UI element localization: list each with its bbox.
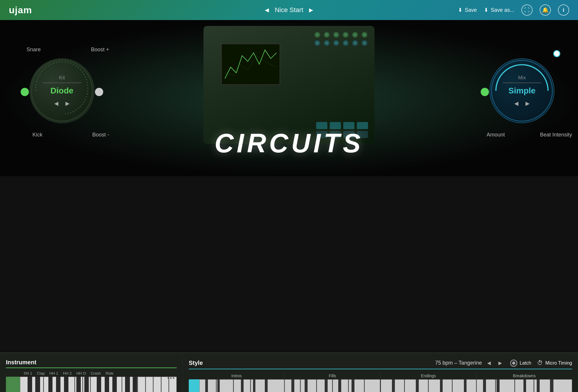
bk-4[interactable] <box>534 379 553 392</box>
ek-4[interactable] <box>452 379 476 392</box>
breakdowns-white-keys <box>477 379 572 392</box>
label-clap: Clap <box>37 371 45 375</box>
white-key-17[interactable] <box>146 377 153 392</box>
white-key-7[interactable] <box>67 377 75 392</box>
white-key-10[interactable] <box>91 377 98 392</box>
label-ride: Ride <box>106 371 114 375</box>
info-button[interactable]: i <box>558 4 569 16</box>
ek-3[interactable] <box>428 379 452 392</box>
white-key-20[interactable] <box>169 377 177 392</box>
save-button[interactable]: ⬇ Save <box>458 7 477 13</box>
fullscreen-button[interactable]: ⛶ <box>521 4 533 16</box>
intros-label: Intros <box>189 372 284 379</box>
sk-3[interactable] <box>234 379 250 392</box>
style-prev-button[interactable]: ◀ <box>485 359 493 367</box>
ek-2[interactable] <box>405 379 428 392</box>
bk-1[interactable] <box>477 379 495 392</box>
instrument-section: Instrument SN 1 Clap HH 1 HH 2 HH O Cras… <box>0 353 183 392</box>
info-icon: i <box>563 7 564 13</box>
intros-white-keys <box>199 379 284 392</box>
label-crash: Crash <box>91 371 101 375</box>
boost-minus-label: Boost - <box>92 132 109 138</box>
save-as-button[interactable]: ⬇ Save as... <box>484 7 514 13</box>
white-key-6[interactable] <box>59 377 67 392</box>
ek-1[interactable] <box>381 379 404 392</box>
bk-3[interactable] <box>515 379 534 392</box>
product-name-label: CIRCUITS <box>215 128 364 159</box>
style-next-button[interactable]: ▶ <box>496 359 504 367</box>
style-divider <box>189 369 572 369</box>
amount-label: Amount <box>487 132 505 138</box>
white-key-8[interactable] <box>75 377 83 392</box>
sk-1[interactable] <box>199 379 216 392</box>
topbar: ujam ◀ Nice Start ▶ ⬇ Save ⬇ Save as... … <box>0 0 578 20</box>
white-key-1[interactable] <box>20 377 28 392</box>
breakdowns-label: Breakdowns <box>477 372 572 379</box>
instrument-keyboard: C2 <box>6 377 177 392</box>
white-key-2[interactable] <box>28 377 36 392</box>
white-key-14[interactable] <box>122 377 130 392</box>
intros-keyboard <box>189 379 284 392</box>
white-key-15[interactable] <box>130 377 137 392</box>
logo: ujam <box>9 5 32 16</box>
intros-active-key[interactable] <box>189 379 199 392</box>
endings-label: Endings <box>381 372 476 379</box>
style-col-fills: Fills <box>285 372 380 392</box>
micro-timing-button[interactable]: ⏱ Micro Timing <box>537 360 572 366</box>
kit-knob[interactable]: Kit Diode ◀ ▶ <box>29 58 94 123</box>
white-key-4[interactable] <box>44 377 51 392</box>
fk-5[interactable] <box>349 379 364 392</box>
fills-keyboard <box>285 379 380 392</box>
sk-2[interactable] <box>216 379 233 392</box>
bell-icon: 🔔 <box>542 7 549 13</box>
white-key-9[interactable] <box>83 377 91 392</box>
style-col-intros: Intros <box>189 372 284 392</box>
svg-point-2 <box>492 60 552 121</box>
instrument-title: Instrument <box>6 359 177 366</box>
style-keyboard-area: Intros <box>189 372 572 392</box>
svg-point-1 <box>32 60 92 121</box>
hero-section: beatMaker <box>0 20 578 176</box>
style-header: Style 75 bpm – Tangerine ◀ ▶ Latch ⏱ <box>189 359 572 367</box>
fk-1[interactable] <box>285 379 300 392</box>
bpm-value: 75 bpm – Tangerine <box>435 360 482 366</box>
latch-button[interactable]: Latch <box>510 360 531 367</box>
label-hh2: HH 2 <box>63 371 72 375</box>
bk-2[interactable] <box>496 379 515 392</box>
micro-timing-icon: ⏱ <box>537 360 543 366</box>
fills-white-keys <box>285 379 380 392</box>
bk-5[interactable] <box>553 379 572 392</box>
kick-label: Kick <box>32 132 42 138</box>
bottom-panel: Instrument SN 1 Clap HH 1 HH 2 HH O Cras… <box>0 353 578 392</box>
fk-4[interactable] <box>333 379 348 392</box>
preset-next-button[interactable]: ▶ <box>307 6 316 14</box>
kit-knob-container: Snare Boost + Kit Diode ◀ ▶ Kick Boost - <box>29 58 94 123</box>
label-hh1: HH 1 <box>50 371 58 375</box>
save-icon: ⬇ <box>458 7 462 13</box>
fullscreen-icon: ⛶ <box>524 7 530 13</box>
white-key-19[interactable] <box>161 377 169 392</box>
white-key-12[interactable] <box>106 377 114 392</box>
sk-4[interactable] <box>251 379 267 392</box>
fk-2[interactable] <box>301 379 316 392</box>
white-key-11[interactable] <box>98 377 106 392</box>
fk-3[interactable] <box>317 379 332 392</box>
boost-plus-label: Boost + <box>91 47 109 53</box>
white-key-18[interactable]: C2 <box>153 377 161 392</box>
white-key-5[interactable] <box>51 377 59 392</box>
white-key-3[interactable] <box>36 377 43 392</box>
fk-6[interactable] <box>364 379 380 392</box>
label-hho: HH O <box>76 371 86 375</box>
label-sn1: SN 1 <box>24 371 32 375</box>
white-key-13[interactable] <box>114 377 122 392</box>
preset-name: Nice Start <box>275 6 303 14</box>
sk-5[interactable] <box>267 379 284 392</box>
kit-left-dot <box>21 88 29 96</box>
mix-top-dot <box>553 50 560 57</box>
notification-button[interactable]: 🔔 <box>540 4 551 16</box>
instrument-style-row: Instrument SN 1 Clap HH 1 HH 2 HH O Cras… <box>0 353 578 392</box>
white-key-16[interactable] <box>138 377 145 392</box>
mix-knob[interactable]: Mix Simple ◀ ▶ <box>490 58 554 123</box>
active-key-bd[interactable] <box>6 377 20 392</box>
preset-prev-button[interactable]: ◀ <box>262 6 271 14</box>
